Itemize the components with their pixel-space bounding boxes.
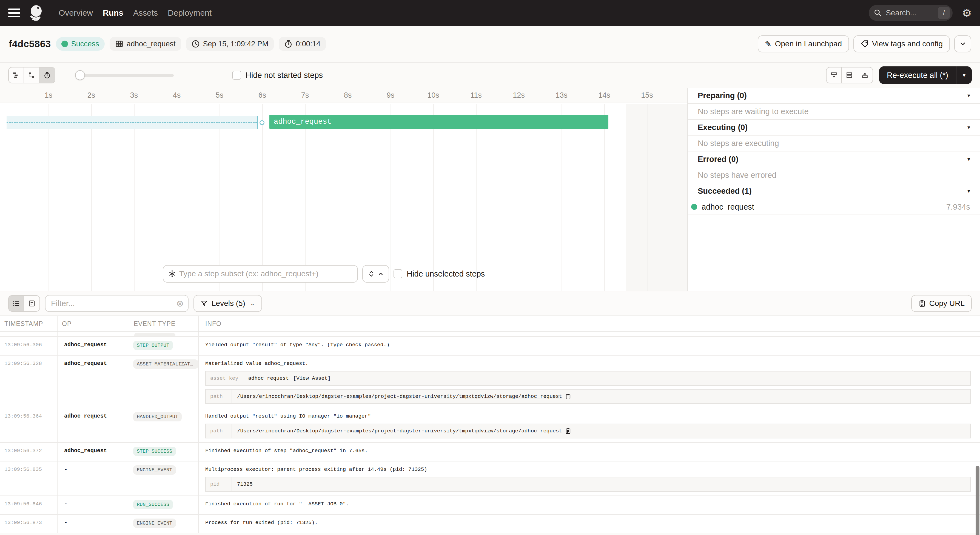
hide-not-started-checkbox[interactable] xyxy=(232,71,241,80)
log-row[interactable]: 13:09:56.846-RUN_SUCCESSFinished executi… xyxy=(0,496,980,515)
log-scrollbar-thumb[interactable] xyxy=(975,466,980,535)
log-message: Handled output "result" using IO manager… xyxy=(205,412,971,420)
funnel-icon xyxy=(200,300,208,307)
clear-filter-icon[interactable]: ⊗ xyxy=(176,299,184,308)
step-success-dot-icon xyxy=(691,204,697,210)
log-row[interactable]: 13:09:56.372adhoc_requestSTEP_SUCCESSFin… xyxy=(0,443,980,462)
section-caret-icon[interactable]: ▾ xyxy=(967,124,970,131)
zoom-slider[interactable] xyxy=(75,70,174,80)
hide-unselected-checkbox[interactable] xyxy=(393,270,402,278)
panel-section-header[interactable]: Executing (0)▾ xyxy=(688,120,980,136)
event-type-badge: ENGINE_EVENT xyxy=(133,465,176,474)
axis-tick-label: 4s xyxy=(166,91,188,100)
log-info-cell: Materialized value adhoc_request.asset_k… xyxy=(199,356,980,408)
copy-path-icon[interactable] xyxy=(565,393,571,400)
log-structured-view-button[interactable] xyxy=(9,296,24,311)
log-row[interactable]: 13:09:56.306adhoc_requestSTEP_OUTPUTYiel… xyxy=(0,337,980,356)
log-event-type-cell: STEP_SUCCESS xyxy=(129,443,199,461)
axis-gridline xyxy=(305,104,305,291)
gantt-timed-view-button[interactable] xyxy=(40,67,55,83)
reexecute-dropdown-caret[interactable]: ▾ xyxy=(956,66,972,84)
log-timestamp: 13:09:56.328 xyxy=(0,356,57,408)
copy-url-button[interactable]: Copy URL xyxy=(911,295,972,312)
slider-knob[interactable] xyxy=(75,70,85,80)
log-op: adhoc_request xyxy=(57,443,129,461)
panel-section-title: Preparing (0) xyxy=(698,91,747,100)
axis-tick-label: 3s xyxy=(123,91,145,100)
log-filter-input[interactable] xyxy=(51,299,176,308)
search-box[interactable]: / xyxy=(869,5,953,21)
metadata-key: asset_key xyxy=(206,372,243,385)
job-tag[interactable]: adhoc_request xyxy=(110,37,181,51)
view-asset-link[interactable]: [View Asset] xyxy=(293,374,331,382)
view-tags-config-button[interactable]: View tags and config xyxy=(853,35,950,53)
panel-empty-text: No steps are executing xyxy=(698,139,779,148)
log-toolbar: ⊗ Levels (5) ⌄ Copy URL xyxy=(0,291,980,316)
levels-caret-icon: ⌄ xyxy=(250,300,255,307)
axis-tick-label: 8s xyxy=(337,91,359,100)
axis-gridline xyxy=(519,104,519,291)
job-grid-icon xyxy=(115,40,123,48)
panel-section-header[interactable]: Succeeded (1)▾ xyxy=(688,183,980,199)
log-info-cell: Finished execution of step "adhoc_reques… xyxy=(199,443,980,461)
log-raw-view-button[interactable] xyxy=(24,296,40,311)
metadata-path-link[interactable]: /Users/erincochran/Desktop/dagster-examp… xyxy=(237,392,562,401)
event-type-badge: STEP_OUTPUT xyxy=(133,341,173,350)
nav-link-overview[interactable]: Overview xyxy=(59,8,93,18)
nav-link-runs[interactable]: Runs xyxy=(103,8,123,18)
step-name: adhoc_request xyxy=(702,203,754,212)
clipboard-icon xyxy=(918,300,926,307)
gantt-flat-view-button[interactable] xyxy=(9,67,24,83)
search-shortcut-badge: / xyxy=(938,7,950,19)
log-row[interactable]: 13:09:56.364adhoc_requestHANDLED_OUTPUTH… xyxy=(0,408,980,443)
levels-filter-button[interactable]: Levels (5) ⌄ xyxy=(194,295,262,312)
axis-tick-label: 14s xyxy=(593,91,615,100)
hide-not-started-label: Hide not started steps xyxy=(245,71,323,80)
run-actions-dropdown-button[interactable] xyxy=(954,35,971,53)
panel-section-header[interactable]: Preparing (0)▾ xyxy=(688,88,980,104)
metadata-value: /Users/erincochran/Desktop/dagster-examp… xyxy=(232,392,576,401)
slider-track[interactable] xyxy=(75,74,174,77)
dagster-logo[interactable] xyxy=(28,5,43,21)
gantt-waterfall-view-button[interactable] xyxy=(24,67,40,83)
panel-collapse-down-button[interactable] xyxy=(827,67,842,83)
metadata-path-link[interactable]: /Users/erincochran/Desktop/dagster-examp… xyxy=(237,427,562,435)
gear-icon[interactable]: ⚙ xyxy=(962,7,972,18)
log-info-cell: Multiprocess executor: parent process ex… xyxy=(199,462,980,495)
axis-gridline xyxy=(562,104,562,291)
log-column-header: OP xyxy=(57,316,129,331)
search-input[interactable] xyxy=(886,8,938,17)
gantt-step-bar[interactable]: adhoc_request xyxy=(269,115,608,129)
list-view-icon xyxy=(13,300,20,307)
log-row[interactable]: 13:09:56.835-ENGINE_EVENTMultiprocess ex… xyxy=(0,462,980,496)
open-in-launchpad-button[interactable]: ✎ Open in Launchpad xyxy=(758,35,849,53)
hamburger-menu-icon[interactable] xyxy=(8,8,20,17)
axis-tick-label: 2s xyxy=(80,91,102,100)
panel-collapse-up-button[interactable] xyxy=(857,67,873,83)
panel-empty-row: No steps are waiting to execute xyxy=(688,104,980,120)
section-caret-icon[interactable]: ▾ xyxy=(967,188,970,194)
log-message: Process for run exited (pid: 71325). xyxy=(205,519,971,527)
section-caret-icon[interactable]: ▾ xyxy=(967,156,970,163)
status-dot-icon xyxy=(61,41,68,47)
log-filter-box[interactable]: ⊗ xyxy=(45,295,189,312)
log-metadata-row: pid71325 xyxy=(205,477,971,492)
event-type-badge: ENGINE_EVENT xyxy=(133,519,176,528)
nav-link-assets[interactable]: Assets xyxy=(133,8,158,18)
copy-path-icon[interactable] xyxy=(565,428,571,434)
axis-gridline xyxy=(604,104,605,291)
step-subset-inputbox[interactable] xyxy=(163,265,358,283)
panel-section-header[interactable]: Errored (0)▾ xyxy=(688,152,980,168)
log-row[interactable]: 13:09:56.873-ENGINE_EVENTProcess for run… xyxy=(0,515,980,533)
apply-subset-button[interactable] xyxy=(362,265,389,283)
section-caret-icon[interactable]: ▾ xyxy=(967,92,970,99)
panel-split-button[interactable] xyxy=(842,67,857,83)
reexecute-all-button[interactable]: Re-execute all (*) ▾ xyxy=(879,66,972,84)
nav-link-deployment[interactable]: Deployment xyxy=(168,8,212,18)
axis-tick-label: 15s xyxy=(636,91,658,100)
log-timestamp: 13:09:56.306 xyxy=(0,337,57,355)
step-subset-input[interactable] xyxy=(179,270,352,278)
log-row[interactable]: 13:09:56.328adhoc_requestASSET_MATERIALI… xyxy=(0,356,980,408)
log-event-type-cell: RUN_SUCCESS xyxy=(129,496,199,514)
panel-step-row[interactable]: adhoc_request7.934s xyxy=(688,199,980,215)
